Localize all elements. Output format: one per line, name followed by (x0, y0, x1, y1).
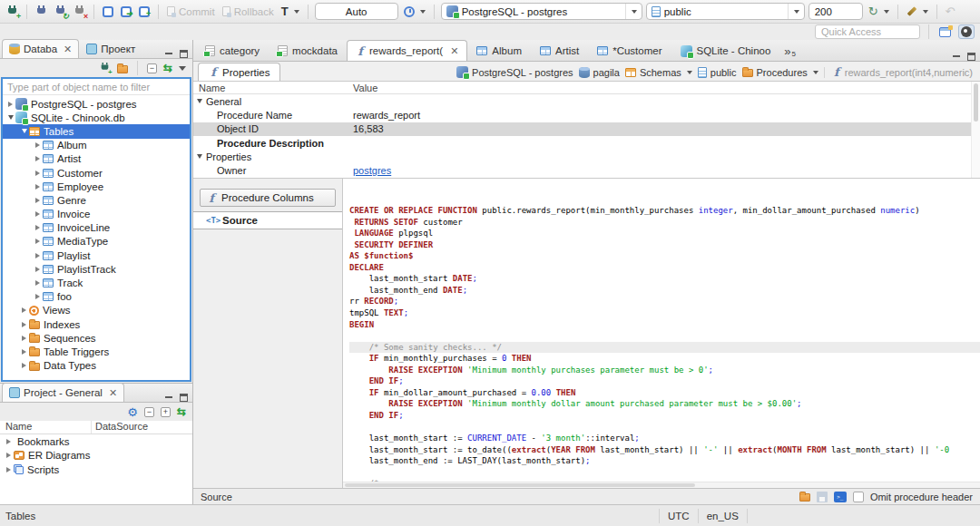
code-line-21[interactable]: last_month_start := CURRENT_DATE - '3 mo… (349, 433, 980, 444)
property-row-owner[interactable]: Ownerpostgres (193, 163, 980, 177)
new-connection-button[interactable]: + (5, 4, 20, 20)
twisty-icon[interactable] (33, 142, 43, 148)
open-sql-script-button[interactable]: ➜ (119, 5, 133, 19)
twisty-icon[interactable] (33, 211, 43, 217)
horizontal-scrollbar[interactable] (343, 482, 980, 488)
twisty-icon[interactable] (33, 239, 43, 244)
code-line-12[interactable] (349, 330, 980, 342)
tree-item-indexes[interactable]: Indexes (3, 317, 190, 331)
connect-button[interactable] (34, 4, 49, 20)
tree-item-views[interactable]: Views (3, 304, 190, 317)
owner-link[interactable]: postgres (353, 165, 391, 176)
code-line-3[interactable]: LANGUAGE plpgsql (349, 228, 980, 239)
twisty-icon[interactable] (33, 280, 43, 286)
editor-tab-rewards-report[interactable]: frewards_report(✕ (347, 40, 467, 61)
open-perspective-button[interactable] (937, 25, 953, 39)
view-menu-icon[interactable] (179, 66, 186, 71)
source-code[interactable]: CREATE OR REPLACE FUNCTION public.reward… (343, 179, 980, 488)
collapse-all-icon[interactable]: − (147, 63, 157, 73)
new-sql-editor-button[interactable]: + (137, 5, 152, 19)
breadcrumb-item-schemas[interactable]: Schemas (625, 67, 692, 78)
close-icon[interactable]: ✕ (109, 388, 117, 398)
breadcrumb-item-procedures[interactable]: Procedures (742, 67, 818, 78)
property-row-object-id[interactable]: Object ID16,583 (193, 122, 980, 136)
editor-tab-category[interactable]: category (196, 40, 269, 61)
tab-properties[interactable]: f Properties (198, 63, 280, 81)
status-locale[interactable]: en_US (698, 509, 748, 523)
tab-database-navigator[interactable]: Databa ✕ (2, 39, 79, 58)
code-line-22[interactable]: last_month_start := to_date((extract(YEA… (349, 444, 980, 456)
tree-item-track[interactable]: Track (3, 276, 190, 289)
property-row-general[interactable]: General (193, 94, 980, 108)
link-with-editor-icon[interactable]: ⇆ (163, 63, 172, 73)
grid-column-name[interactable]: Name (193, 83, 353, 93)
tree-item-mediatype[interactable]: MediaType (3, 235, 190, 248)
maximize-icon[interactable] (967, 53, 975, 61)
code-line-2[interactable]: RETURNS SETOF customer (349, 217, 980, 229)
tree-item-album[interactable]: Album (3, 139, 190, 152)
column-header-name[interactable]: Name (0, 421, 91, 433)
tree-item-invoiceline[interactable]: InvoiceLine (3, 221, 190, 235)
link-with-editor-icon[interactable]: ⇆ (177, 406, 186, 417)
code-line-4[interactable]: SECURITY DEFINER (349, 239, 980, 251)
transaction-log-button[interactable] (402, 5, 427, 19)
new-connection-icon[interactable]: + (100, 63, 110, 73)
schema-dropdown[interactable] (788, 4, 799, 19)
chevron-down-icon[interactable] (813, 71, 818, 74)
chevron-down-icon[interactable] (687, 71, 692, 74)
gear-icon[interactable]: ⚙ (127, 406, 138, 418)
code-line-1[interactable]: CREATE OR REPLACE FUNCTION public.reward… (349, 205, 980, 217)
twisty-icon[interactable] (4, 453, 14, 458)
code-line-23[interactable]: last_month_end := LAST_DAY(last_month_st… (349, 455, 980, 467)
code-line-15[interactable]: RAISE EXCEPTION 'Minimum monthly purchas… (349, 365, 980, 376)
code-line-19[interactable]: END IF; (349, 410, 980, 422)
minimize-icon[interactable] (952, 53, 961, 61)
twisty-icon[interactable] (5, 102, 15, 107)
code-line-24[interactable] (349, 467, 980, 479)
close-icon[interactable]: ✕ (64, 44, 72, 54)
code-line-20[interactable] (349, 421, 980, 433)
tree-item-sqlite-chinook-db[interactable]: SQLite - Chinook.db (3, 111, 190, 124)
chevron-down-icon[interactable] (197, 99, 202, 103)
twisty-icon[interactable] (19, 349, 29, 355)
side-tab-procedure-columns[interactable]: fProcedure Columns (200, 189, 336, 207)
omit-procedure-header-checkbox[interactable] (853, 492, 864, 502)
property-row-procedure-name[interactable]: Procedure Namerewards_report (193, 108, 980, 122)
twisty-icon[interactable] (19, 363, 29, 368)
save-icon[interactable] (817, 492, 828, 502)
twisty-icon[interactable] (5, 115, 15, 120)
twisty-icon[interactable] (33, 170, 43, 176)
project-item-bookmarks[interactable]: Bookmarks (0, 434, 192, 449)
code-line-16[interactable]: END IF; (349, 375, 980, 387)
code-line-13[interactable]: /* Some sanity checks... */ (349, 342, 980, 354)
disconnect-button[interactable]: × (72, 4, 87, 20)
twisty-icon[interactable] (33, 294, 43, 299)
tab-project-general[interactable]: Project - General ✕ (2, 383, 124, 402)
minimize-icon[interactable] (164, 394, 173, 402)
tree-item-invoice[interactable]: Invoice (3, 208, 190, 221)
rollback-button[interactable]: Rollback (220, 5, 276, 19)
code-line-11[interactable]: BEGIN (349, 319, 980, 331)
breadcrumb-item-pagila[interactable]: pagila (579, 67, 620, 78)
connection-dropdown[interactable] (625, 4, 637, 19)
twisty-icon[interactable] (33, 184, 43, 190)
close-icon[interactable]: ✕ (450, 46, 458, 56)
schema-select[interactable]: public (646, 3, 805, 20)
tab-overflow-button[interactable]: »5 (779, 44, 800, 61)
quick-access-input[interactable]: Quick Access (815, 24, 920, 39)
editor-tab-album[interactable]: Album (467, 40, 531, 61)
undo-button[interactable]: ↶ (944, 4, 957, 19)
reconnect-button[interactable]: ↻ (53, 4, 68, 20)
twisty-icon[interactable] (33, 253, 43, 258)
editor-tab-mockdata[interactable]: mockdata (269, 40, 347, 61)
new-folder-icon[interactable] (117, 65, 128, 73)
twisty-icon[interactable] (33, 225, 43, 230)
sql-editor-button[interactable] (101, 5, 115, 19)
code-line-8[interactable]: last_month_end DATE; (349, 285, 980, 297)
twisty-icon[interactable] (33, 156, 43, 161)
auto-refresh-button[interactable]: ↻ (867, 4, 891, 19)
property-row-properties[interactable]: Properties (193, 150, 980, 163)
tree-item-foo[interactable]: foo (3, 290, 190, 304)
code-line-6[interactable]: DECLARE (349, 262, 980, 274)
maximize-icon[interactable] (180, 50, 188, 58)
